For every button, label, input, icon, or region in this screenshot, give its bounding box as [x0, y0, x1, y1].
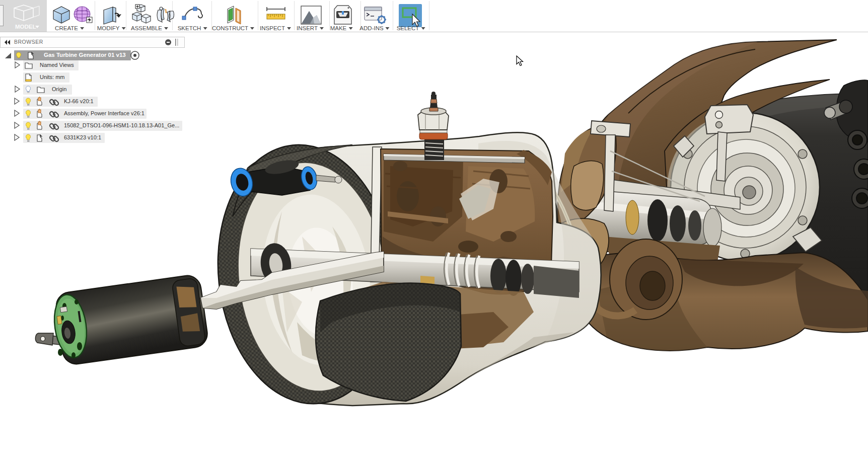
svg-text:MODEL: MODEL [15, 24, 36, 30]
